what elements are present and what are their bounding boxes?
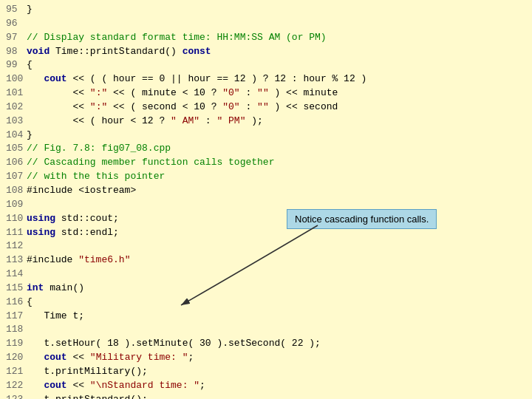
code-line: 108#include <iostream> xyxy=(6,184,526,198)
line-number: 108 xyxy=(6,184,27,198)
annotation-text: Notice cascading function calls. xyxy=(295,214,429,225)
code-content: using std::endl; xyxy=(27,226,526,240)
line-number: 107 xyxy=(6,170,27,184)
line-number: 106 xyxy=(6,156,27,170)
line-number: 96 xyxy=(6,17,27,31)
line-number: 112 xyxy=(6,239,27,253)
line-number: 103 xyxy=(6,115,27,129)
code-line: 105// Fig. 7.8: fig07_08.cpp xyxy=(6,142,526,156)
code-content: // Display standard format time: HH:MM:S… xyxy=(27,31,526,45)
code-content: << ":" << ( second < 10 ? "0" : "" ) << … xyxy=(27,100,526,115)
code-content: using std::cout; xyxy=(27,212,526,226)
code-line: 110using std::cout; xyxy=(6,212,526,226)
line-number: 98 xyxy=(6,45,27,59)
line-number: 114 xyxy=(6,267,27,282)
code-content xyxy=(27,239,526,253)
code-content xyxy=(27,198,526,212)
line-number: 118 xyxy=(6,323,27,337)
code-content: } xyxy=(27,129,526,143)
code-content: #include "time6.h" xyxy=(27,253,526,267)
line-number: 102 xyxy=(6,100,27,115)
line-number: 105 xyxy=(6,142,27,156)
code-content: #include <iostream> xyxy=(27,184,526,198)
code-line: 100 cout << ( ( hour == 0 || hour == 12 … xyxy=(6,72,526,86)
line-number: 100 xyxy=(6,72,27,86)
code-line: 120 cout << "Military time: "; xyxy=(6,351,526,365)
code-content: cout << "\nStandard time: "; xyxy=(27,379,526,393)
code-content: << ( hour < 12 ? " AM" : " PM" ); xyxy=(27,115,526,129)
code-view: 95}9697// Display standard format time: … xyxy=(0,0,532,399)
code-content: cout << ( ( hour == 0 || hour == 12 ) ? … xyxy=(27,72,526,86)
code-line: 97// Display standard format time: HH:MM… xyxy=(6,31,526,45)
code-line: 104} xyxy=(6,129,526,143)
code-content xyxy=(27,17,526,31)
line-number: 110 xyxy=(6,212,27,226)
code-line: 114 xyxy=(6,267,526,282)
code-line: 113#include "time6.h" xyxy=(6,253,526,267)
code-line: 106// Cascading member function calls to… xyxy=(6,156,526,170)
code-line: 116{ xyxy=(6,296,526,310)
code-content: << ":" << ( minute < 10 ? "0" : "" ) << … xyxy=(27,86,526,100)
line-number: 123 xyxy=(6,393,27,399)
code-content: int main() xyxy=(27,282,526,296)
annotation-box: Notice cascading function calls. xyxy=(287,209,437,229)
code-line: 102 << ":" << ( second < 10 ? "0" : "" )… xyxy=(6,100,526,115)
code-content: { xyxy=(27,58,526,72)
line-number: 97 xyxy=(6,31,27,45)
code-line: 117 Time t; xyxy=(6,310,526,324)
code-content: // Fig. 7.8: fig07_08.cpp xyxy=(27,142,526,156)
code-content: t.setHour( 18 ).setMinute( 30 ).setSecon… xyxy=(27,337,526,351)
code-line: 122 cout << "\nStandard time: "; xyxy=(6,379,526,393)
line-number: 116 xyxy=(6,296,27,310)
code-line: 103 << ( hour < 12 ? " AM" : " PM" ); xyxy=(6,115,526,129)
code-line: 111using std::endl; xyxy=(6,226,526,240)
code-content: void Time::printStandard() const xyxy=(27,45,526,59)
line-number: 109 xyxy=(6,198,27,212)
line-number: 121 xyxy=(6,365,27,379)
code-line: 118 xyxy=(6,323,526,337)
line-number: 113 xyxy=(6,253,27,267)
code-line: 107// with the this pointer xyxy=(6,170,526,184)
code-content xyxy=(27,323,526,337)
code-line: 98void Time::printStandard() const xyxy=(6,45,526,59)
code-line: 115int main() xyxy=(6,282,526,296)
code-line: 95} xyxy=(6,3,526,17)
code-line: 109 xyxy=(6,198,526,212)
code-content: cout << "Military time: "; xyxy=(27,351,526,365)
line-number: 99 xyxy=(6,58,27,72)
line-number: 115 xyxy=(6,282,27,296)
line-number: 104 xyxy=(6,129,27,143)
line-number: 111 xyxy=(6,226,27,240)
code-content: t.printStandard(); xyxy=(27,393,526,399)
code-line: 123 t.printStandard(); xyxy=(6,393,526,399)
line-number: 101 xyxy=(6,86,27,100)
code-line: 101 << ":" << ( minute < 10 ? "0" : "" )… xyxy=(6,86,526,100)
code-content: // with the this pointer xyxy=(27,170,526,184)
code-line: 121 t.printMilitary(); xyxy=(6,365,526,379)
code-line: 96 xyxy=(6,17,526,31)
code-content: // Cascading member function calls toget… xyxy=(27,156,526,170)
code-content: } xyxy=(27,3,526,17)
line-number: 117 xyxy=(6,310,27,324)
code-line: 112 xyxy=(6,239,526,253)
code-content: t.printMilitary(); xyxy=(27,365,526,379)
code-content: { xyxy=(27,296,526,310)
line-number: 122 xyxy=(6,379,27,393)
line-number: 95 xyxy=(6,3,27,17)
code-content xyxy=(27,267,526,282)
code-content: Time t; xyxy=(27,310,526,324)
line-number: 120 xyxy=(6,351,27,365)
line-number: 119 xyxy=(6,337,27,351)
code-line: 99{ xyxy=(6,58,526,72)
code-line: 119 t.setHour( 18 ).setMinute( 30 ).setS… xyxy=(6,337,526,351)
